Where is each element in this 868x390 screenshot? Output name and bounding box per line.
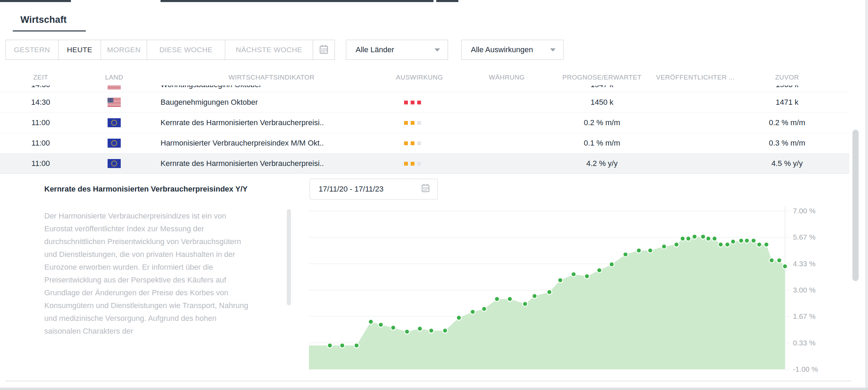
row-time: 11:00	[0, 133, 81, 153]
y-axis-tick-label: 4.33 %	[793, 259, 838, 268]
data-point[interactable]	[637, 248, 641, 253]
data-point[interactable]	[777, 258, 782, 263]
data-point[interactable]	[456, 315, 461, 320]
filter-gestern-button[interactable]: GESTERN	[6, 40, 58, 59]
data-point[interactable]	[692, 234, 697, 239]
table-row[interactable]: 11:00 Kernrate des Harmonisierten Verbra…	[0, 113, 849, 133]
row-currency	[443, 92, 571, 112]
data-point[interactable]	[368, 319, 373, 324]
top-tab-remnant	[436, 0, 458, 2]
data-point[interactable]	[739, 238, 743, 243]
y-axis-tick-label: 5.67 %	[793, 233, 838, 242]
country-flag	[81, 133, 147, 153]
row-impact	[396, 85, 443, 92]
impact-orange-square	[404, 121, 408, 125]
data-point[interactable]	[405, 329, 410, 334]
country-filter-dropdown[interactable]: Alle Länder	[346, 40, 448, 60]
table-row[interactable]: 14:30 Baugenehmigungen Oktober 1450 k 14…	[0, 92, 849, 113]
row-previous: 4.5 % y/y	[758, 154, 816, 174]
country-flag	[81, 92, 147, 112]
tab-active-underline	[13, 30, 86, 31]
data-point[interactable]	[558, 278, 563, 282]
browser-scrollbar-track[interactable]	[865, 0, 868, 390]
data-point[interactable]	[674, 242, 679, 247]
row-time: 11:00	[0, 154, 81, 174]
column-header-veroeffentlichter[interactable]: VERÖFFENTLICHTER ...	[633, 74, 758, 81]
chevron-down-icon	[435, 48, 440, 52]
filter-morgen-button[interactable]: MORGEN	[101, 40, 147, 59]
date-filter-group: GESTERN HEUTE MORGEN DIESE WOCHE NÄCHSTE…	[6, 40, 335, 60]
impact-orange-square	[411, 141, 414, 145]
column-header-prognose[interactable]: PROGNOSE/ERWARTET	[571, 74, 633, 81]
data-point[interactable]	[718, 242, 723, 247]
data-point[interactable]	[482, 306, 486, 311]
data-point[interactable]	[391, 325, 396, 330]
data-point[interactable]	[508, 297, 512, 301]
date-range-input[interactable]: 17/11/20 - 17/11/23	[310, 179, 438, 199]
data-point[interactable]	[571, 272, 576, 277]
data-point[interactable]	[429, 328, 434, 333]
row-time: 14:30	[0, 85, 81, 92]
column-header-zeit[interactable]: ZEIT	[0, 74, 81, 81]
data-point[interactable]	[609, 262, 614, 267]
data-point[interactable]	[757, 242, 762, 247]
data-point[interactable]	[701, 234, 705, 239]
impact-orange-square	[411, 162, 414, 166]
data-point[interactable]	[662, 244, 667, 249]
y-axis-tick-label: 1.67 %	[793, 312, 838, 321]
row-previous: 1471 k	[758, 92, 816, 112]
data-point[interactable]	[744, 238, 749, 243]
impact-orange-square	[411, 121, 414, 125]
data-point[interactable]	[328, 343, 332, 348]
data-point[interactable]	[648, 248, 653, 253]
row-forecast: 1450 k	[571, 92, 633, 112]
page-scrollbar-thumb[interactable]	[852, 130, 859, 281]
data-point[interactable]	[378, 322, 383, 327]
table-row[interactable]: 14:30 Wohnungsbaubeginn Oktober 1547 k 1…	[0, 85, 849, 92]
data-point[interactable]	[495, 297, 500, 301]
data-point[interactable]	[731, 239, 735, 244]
data-point[interactable]	[751, 238, 756, 243]
tab-wirtschaft[interactable]: Wirtschaft	[20, 15, 67, 25]
description-scrollbar-thumb[interactable]	[287, 209, 291, 305]
data-point[interactable]	[623, 252, 628, 257]
column-header-auswirkung[interactable]: AUSWIRKUNG	[396, 74, 443, 81]
data-point[interactable]	[597, 268, 602, 273]
data-point[interactable]	[764, 242, 769, 247]
calendar-icon	[319, 44, 329, 56]
data-point[interactable]	[340, 343, 345, 348]
top-tab-remnant	[161, 0, 433, 2]
column-header-indikator[interactable]: WIRTSCHAFTSINDIKATOR	[147, 74, 396, 81]
data-point[interactable]	[532, 294, 537, 298]
data-point[interactable]	[706, 236, 711, 241]
bottom-scrollbar-strip[interactable]	[0, 388, 868, 390]
data-point[interactable]	[547, 290, 552, 295]
column-header-zuvor[interactable]: ZUVOR	[758, 74, 816, 81]
row-currency	[443, 154, 571, 174]
data-point[interactable]	[585, 274, 590, 279]
data-point[interactable]	[443, 328, 448, 333]
data-point[interactable]	[470, 309, 475, 314]
column-header-land[interactable]: LAND	[81, 74, 147, 81]
calendar-filter-button[interactable]	[313, 40, 335, 59]
column-header-waehrung[interactable]: WÄHRUNG	[443, 74, 571, 81]
filter-naechste-woche-button[interactable]: NÄCHSTE WOCHE	[225, 40, 313, 59]
y-axis-tick-label: 7.00 %	[793, 206, 838, 215]
filter-heute-button[interactable]: HEUTE	[58, 40, 101, 59]
filter-diese-woche-button[interactable]: DIESE WOCHE	[147, 40, 225, 59]
data-point[interactable]	[418, 326, 422, 331]
row-currency	[443, 133, 571, 153]
impact-filter-dropdown[interactable]: Alle Auswirkungen	[461, 40, 564, 60]
data-point[interactable]	[686, 236, 691, 241]
data-point[interactable]	[712, 236, 717, 241]
table-row[interactable]: 11:00 Kernrate des Harmonisierten Verbra…	[0, 154, 849, 174]
partially-scrolled-row[interactable]: 14:30 Wohnungsbaubeginn Oktober 1547 k 1…	[0, 85, 849, 92]
data-point[interactable]	[680, 236, 685, 241]
table-row[interactable]: 11:00 Harmonisierter Verbraucherpreisind…	[0, 133, 849, 154]
data-point[interactable]	[354, 343, 359, 348]
data-point[interactable]	[769, 258, 774, 263]
data-point[interactable]	[783, 264, 787, 269]
row-published	[633, 85, 758, 92]
data-point[interactable]	[725, 242, 730, 247]
data-point[interactable]	[523, 301, 528, 306]
